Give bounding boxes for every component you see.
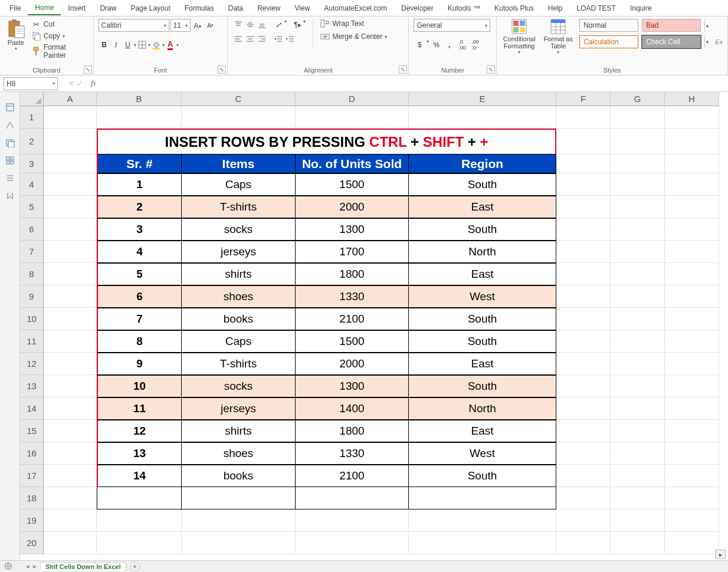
header-0[interactable]: Sr. #	[97, 154, 182, 173]
copy-button[interactable]: Copy ▾	[31, 31, 88, 41]
row-header-11[interactable]: 11	[20, 330, 44, 353]
cell-D17[interactable]: 2100	[296, 465, 409, 487]
cell-B10[interactable]: 7	[97, 308, 182, 330]
cell-A20[interactable]	[44, 532, 97, 554]
side-icon-2[interactable]	[5, 120, 15, 130]
cell-D4[interactable]: 1500	[296, 173, 409, 196]
cell-B20[interactable]	[97, 532, 182, 554]
paste-dropdown-caret[interactable]: ▾	[15, 46, 17, 51]
tab-data[interactable]: Data	[221, 2, 250, 15]
cell-C12[interactable]: T-shirts	[182, 353, 296, 375]
underline-button[interactable]: U	[122, 39, 134, 51]
cell-G13[interactable]	[611, 375, 665, 397]
wrap-text-button[interactable]: Wrap Text	[320, 19, 387, 28]
cell-F8[interactable]	[556, 263, 611, 285]
cell-C10[interactable]: books	[182, 308, 296, 330]
align-left-button[interactable]	[232, 33, 244, 45]
grid[interactable]: ABCDEFGH 1234567891011121314151617181920…	[20, 92, 728, 560]
orientation-button[interactable]: ⤢	[273, 19, 284, 31]
cell-H4[interactable]	[665, 173, 719, 196]
cell-A1[interactable]	[44, 106, 97, 129]
col-header-F[interactable]: F	[556, 92, 611, 106]
border-button[interactable]	[136, 39, 148, 51]
decrease-decimal-button[interactable]: .00.0	[469, 39, 481, 51]
format-as-table-dropdown[interactable]: ▾	[557, 50, 559, 55]
cell-H7[interactable]	[665, 241, 719, 263]
cell-G10[interactable]	[611, 308, 665, 330]
tab-file[interactable]: File	[2, 2, 28, 15]
cell-D9[interactable]: 1330	[296, 285, 409, 308]
cell-B13[interactable]: 10	[97, 375, 182, 397]
tab-insert[interactable]: Insert	[61, 2, 93, 15]
cell-F5[interactable]	[556, 196, 611, 218]
decrease-indent-button[interactable]	[273, 33, 284, 45]
col-header-H[interactable]: H	[665, 92, 719, 106]
increase-decimal-button[interactable]: .0.00	[456, 39, 468, 51]
cell-C16[interactable]: shoes	[182, 442, 296, 465]
col-header-C[interactable]: C	[182, 92, 296, 106]
font-name-select[interactable]: Calibri▾	[99, 19, 169, 32]
side-icon-1[interactable]	[5, 103, 15, 112]
decrease-font-button[interactable]: A▾	[205, 19, 217, 31]
cell-E18[interactable]	[409, 487, 556, 509]
cell-D18[interactable]	[296, 487, 409, 509]
row-header-15[interactable]: 15	[20, 420, 44, 442]
cell-A14[interactable]	[44, 397, 97, 420]
cell-C13[interactable]: socks	[182, 375, 296, 397]
tab-formulas[interactable]: Formulas	[178, 2, 221, 15]
cell-F16[interactable]	[556, 442, 611, 465]
cell-E1[interactable]	[409, 106, 556, 129]
row-header-3[interactable]: 3	[20, 154, 44, 173]
cell-G11[interactable]	[611, 330, 665, 353]
cell-B6[interactable]: 3	[97, 218, 182, 241]
col-header-A[interactable]: A	[44, 92, 97, 106]
cell-A12[interactable]	[44, 353, 97, 375]
cell-E14[interactable]: North	[409, 397, 556, 420]
row-header-7[interactable]: 7	[20, 241, 44, 263]
header-2[interactable]: No. of Units Sold	[296, 154, 409, 173]
cell-E4[interactable]: South	[409, 173, 556, 196]
formula-input[interactable]	[99, 77, 728, 90]
tab-review[interactable]: Review	[250, 2, 287, 15]
cell-B1[interactable]	[97, 106, 182, 129]
cell-H11[interactable]	[665, 330, 719, 353]
side-icon-6[interactable]	[5, 191, 15, 200]
cell-E11[interactable]: South	[409, 330, 556, 353]
cell-E6[interactable]: South	[409, 218, 556, 241]
tab-developer[interactable]: Developer	[394, 2, 441, 15]
align-right-button[interactable]	[256, 33, 268, 45]
side-icon-4[interactable]	[5, 156, 15, 165]
cell-H10[interactable]	[665, 308, 719, 330]
header-1[interactable]: Items	[182, 154, 296, 173]
cell-A18[interactable]	[44, 487, 97, 509]
cell-F7[interactable]	[556, 241, 611, 263]
font-color-dropdown[interactable]: ▾	[176, 42, 179, 48]
cell-E10[interactable]: South	[409, 308, 556, 330]
row-header-12[interactable]: 12	[20, 353, 44, 375]
paste-button[interactable]: Paste ▾	[5, 19, 27, 51]
cell-D8[interactable]: 1800	[296, 263, 409, 285]
side-icon-3[interactable]	[5, 138, 15, 147]
cell-C7[interactable]: jerseys	[182, 241, 296, 263]
cell-A7[interactable]	[44, 241, 97, 263]
cell-F6[interactable]	[556, 218, 611, 241]
cell-B17[interactable]: 14	[97, 465, 182, 487]
font-size-select[interactable]: 11▾	[170, 19, 191, 32]
cell-F15[interactable]	[556, 420, 611, 442]
format-painter-button[interactable]: Format Painter	[31, 42, 88, 60]
cell-G1[interactable]	[611, 106, 665, 129]
alignment-launcher[interactable]: ⤡	[399, 65, 407, 74]
conditional-formatting-dropdown[interactable]: ▾	[518, 50, 520, 55]
merge-dropdown[interactable]: ▾	[385, 34, 387, 40]
bold-button[interactable]: B	[99, 39, 110, 51]
direction-dropdown[interactable]: ▾	[303, 19, 306, 31]
cell-H1[interactable]	[665, 106, 719, 129]
cell-E5[interactable]: East	[409, 196, 556, 218]
tab-kutools-[interactable]: Kutools ™	[441, 2, 487, 15]
cell-D13[interactable]: 1300	[296, 375, 409, 397]
cell-D1[interactable]	[296, 106, 409, 129]
header-3[interactable]: Region	[409, 154, 556, 173]
cell-F17[interactable]	[556, 465, 611, 487]
cell-E20[interactable]	[409, 532, 556, 554]
cell-H18[interactable]	[665, 487, 719, 509]
